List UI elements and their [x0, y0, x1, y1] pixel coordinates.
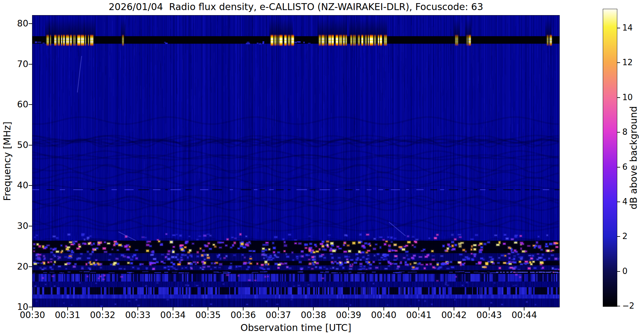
y-tick-label: 20 — [1, 261, 28, 272]
x-tick-label: 00:44 — [502, 310, 546, 320]
y-tick-mark — [29, 104, 32, 105]
y-axis-label: Frequency [MHz] — [2, 83, 12, 240]
y-tick-mark — [29, 185, 32, 186]
colorbar — [603, 9, 617, 307]
chart-title: 2026/01/04 Radio flux density, e-CALLIST… — [32, 1, 559, 12]
colorbar-tick-mark — [617, 132, 620, 133]
colorbar-tick-label: −2 — [622, 301, 644, 310]
x-axis-label: Observation time [UTC] — [32, 322, 559, 333]
y-tick-mark — [29, 307, 32, 307]
colorbar-tick-label: 0 — [622, 266, 644, 276]
y-tick-label: 70 — [1, 59, 28, 69]
colorbar-label: dB above background — [628, 63, 639, 252]
colorbar-tick-mark — [617, 97, 620, 98]
y-tick-mark — [29, 226, 32, 226]
colorbar-tick-mark — [617, 202, 620, 202]
y-tick-mark — [29, 266, 32, 267]
spectrogram-image — [32, 15, 559, 307]
y-tick-mark — [29, 64, 32, 65]
colorbar-tick-mark — [617, 28, 620, 28]
colorbar-tick-mark — [617, 236, 620, 237]
colorbar-tick-mark — [617, 271, 620, 272]
colorbar-tick-mark — [617, 62, 620, 63]
y-tick-label: 10 — [1, 302, 28, 312]
y-tick-label: 80 — [1, 18, 28, 29]
colorbar-tick-mark — [617, 306, 620, 306]
colorbar-tick-mark — [617, 167, 620, 168]
y-tick-mark — [29, 23, 32, 24]
spectrogram-plot-area — [32, 15, 559, 307]
y-tick-mark — [29, 145, 32, 145]
spectrogram-figure: 2026/01/04 Radio flux density, e-CALLIST… — [0, 0, 644, 336]
colorbar-tick-label: 14 — [622, 23, 644, 32]
